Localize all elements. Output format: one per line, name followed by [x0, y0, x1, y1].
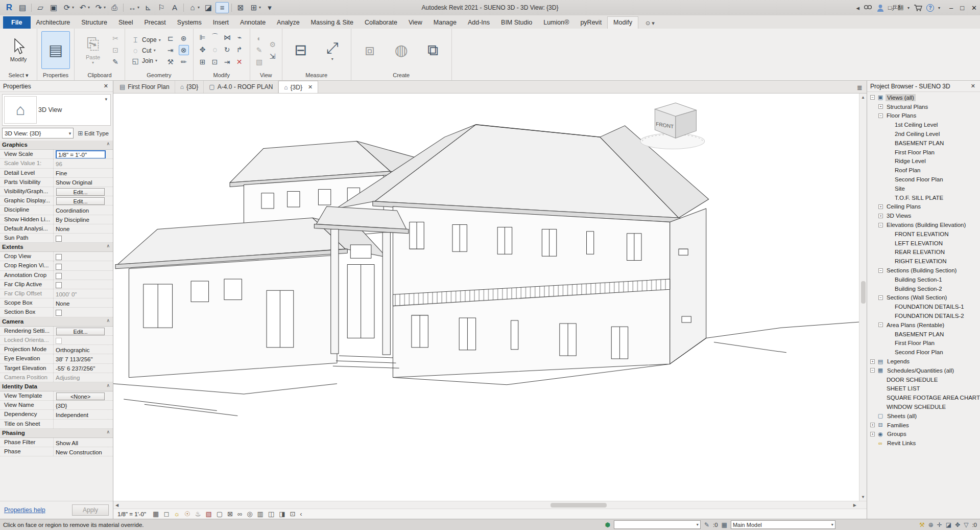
user-dropdown-icon[interactable]: ▾	[907, 6, 910, 10]
move-icon[interactable]: ✥	[198, 44, 208, 55]
design-option-select[interactable]: Main Model ▾	[731, 520, 835, 529]
property-checkbox[interactable]	[56, 236, 62, 242]
expand-icon[interactable]: +	[878, 214, 883, 218]
expand-icon[interactable]: +	[870, 432, 875, 436]
tree-item[interactable]: FRONT ELEVATION	[867, 229, 980, 239]
ribbon-tab-insert[interactable]: Insert	[207, 17, 234, 29]
edit-type-button[interactable]: ⊞ Edit Type	[76, 129, 111, 138]
match-type-properties-icon[interactable]: ✎	[110, 57, 121, 67]
open-icon[interactable]: ▱	[34, 3, 46, 13]
tree-item[interactable]: +◉Groups	[867, 429, 980, 439]
sun-path-icon[interactable]: ☼	[174, 510, 180, 518]
property-value[interactable]: Coordination	[53, 205, 113, 214]
tag-icon[interactable]: ⚐	[155, 3, 168, 13]
undo-icon[interactable]: ↶▾	[77, 3, 91, 13]
drag-on-selection-toggle-icon[interactable]: ✥	[955, 521, 960, 528]
property-row[interactable]: Show Hidden Li...By Discipline	[0, 215, 113, 224]
ribbon-tab-bim-studio[interactable]: BIM Studio	[495, 17, 538, 29]
tree-item[interactable]: Second Floor Plan	[867, 348, 980, 357]
property-edit-button[interactable]: Edit...	[56, 328, 105, 335]
panel-label-properties[interactable]: Properties	[37, 72, 74, 80]
view-tab-list-icon[interactable]: ≣	[853, 82, 867, 93]
view-tab-2[interactable]: ▢A-4.0 - ROOF PLAN	[204, 81, 278, 93]
property-row[interactable]: PhaseNew Construction	[0, 447, 113, 456]
copy-icon[interactable]: ◌	[210, 44, 220, 55]
property-value[interactable]	[53, 420, 113, 428]
tree-item[interactable]: Building Section-2	[867, 284, 980, 293]
scroll-left-icon[interactable]: ◀	[115, 501, 118, 509]
tree-item[interactable]: ∞Revit Links	[867, 439, 980, 448]
property-value[interactable]	[53, 234, 113, 242]
dropdown-arrow-icon[interactable]: ▾	[104, 3, 106, 12]
properties-help-link[interactable]: Properties help	[4, 506, 45, 514]
property-value[interactable]	[53, 271, 113, 280]
collapse-group-icon[interactable]: ∧	[106, 382, 113, 391]
ribbon-tab-lumion-[interactable]: Lumion®	[538, 17, 575, 29]
property-value[interactable]: -55' 6 237/256"	[53, 364, 113, 373]
property-row[interactable]: Scope BoxNone	[0, 298, 113, 308]
switch-windows-icon[interactable]: ⊞▾	[248, 3, 262, 13]
modify-tool-button[interactable]: Modify	[4, 31, 33, 69]
property-checkbox[interactable]	[56, 273, 62, 279]
property-edit-button[interactable]: Edit...	[56, 197, 105, 205]
type-preview[interactable]: ⌂ 3D View ▾	[2, 94, 111, 126]
ribbon-tab-annotate[interactable]: Annotate	[234, 17, 271, 29]
horizontal-scrollbar[interactable]: ◀ ▶	[113, 501, 867, 509]
cut-profile-icon[interactable]: ▧	[254, 57, 265, 67]
tree-item[interactable]: −▦Schedules/Quantities (all)	[867, 366, 980, 375]
property-row[interactable]: Title on Sheet	[0, 420, 113, 429]
scroll-down-icon[interactable]: ▼	[861, 493, 865, 501]
sync-icon[interactable]: ⟳▾	[61, 3, 76, 13]
revit-logo[interactable]: R	[3, 3, 15, 13]
3d-view-canvas[interactable]: FRONT ▲ ▼	[113, 94, 867, 501]
properties-close-icon[interactable]: ✕	[102, 83, 110, 89]
property-value[interactable]: 1000' 0"	[53, 289, 113, 298]
tree-item[interactable]: LEFT ELEVATION	[867, 239, 980, 248]
collapse-search-icon[interactable]: ◂	[856, 4, 859, 12]
viewcube[interactable]: FRONT	[640, 103, 705, 149]
tree-item[interactable]: −Floor Plans	[867, 111, 980, 121]
apply-button[interactable]: Apply	[72, 504, 109, 516]
rotate-icon[interactable]: ↻	[222, 44, 232, 55]
wall-opening-icon[interactable]: ⊏	[165, 33, 176, 43]
tree-item[interactable]: Site	[867, 184, 980, 193]
help-icon[interactable]: ?	[926, 4, 934, 12]
view-tab-1[interactable]: ⌂{3D}	[175, 81, 204, 93]
property-row[interactable]: Graphic Display...Edit...	[0, 196, 113, 205]
property-row[interactable]: Sun Path	[0, 234, 113, 243]
property-row[interactable]: Scale Value 1:96	[0, 159, 113, 168]
visual-style-icon[interactable]: ▦	[153, 510, 159, 518]
ribbon-tab-file[interactable]: File	[3, 16, 31, 29]
join-geometry-button[interactable]: ◱Join▾	[129, 56, 162, 65]
property-row[interactable]: Parts VisibilityShow Original	[0, 178, 113, 187]
app-store-cart-icon[interactable]	[914, 4, 922, 11]
vertical-scrollbar[interactable]: ▲ ▼	[859, 94, 867, 501]
property-row[interactable]: View Name{3D}	[0, 401, 113, 410]
property-value[interactable]: Edit...	[53, 327, 113, 335]
ribbon-tab-analyze[interactable]: Analyze	[271, 17, 305, 29]
property-value[interactable]: Edit...	[53, 187, 113, 196]
ribbon-tab-systems[interactable]: Systems	[172, 17, 207, 29]
pin-icon[interactable]: ⇥	[222, 57, 232, 67]
property-value[interactable]: Adjusting	[53, 373, 113, 382]
property-value[interactable]: New Construction	[53, 447, 113, 456]
dropdown-arrow-icon[interactable]: ▾	[88, 3, 90, 12]
tree-item[interactable]: FOUNDATION DETAILS-2	[867, 311, 980, 320]
select-underlay-toggle-icon[interactable]: ⊕	[928, 521, 934, 528]
property-row[interactable]: Default Analysi...None	[0, 224, 113, 234]
tree-item[interactable]: Ridge Level	[867, 157, 980, 166]
expand-icon[interactable]: +	[870, 423, 875, 427]
tree-item[interactable]: +⊟Families	[867, 421, 980, 430]
ui-views-icon[interactable]: ▤	[16, 3, 29, 13]
scale-icon[interactable]: ⊡	[210, 57, 220, 67]
ribbon-tab-manage[interactable]: Manage	[428, 17, 462, 29]
tree-item[interactable]: −Elevations (Building Elevation)	[867, 220, 980, 229]
project-browser-header[interactable]: Project Browser - SUENO 3D ✕	[867, 81, 980, 92]
vertical-scroll-thumb[interactable]	[861, 281, 866, 304]
measure-along-element-button[interactable]: ⤢ ▾	[318, 31, 347, 69]
collapse-icon[interactable]: −	[878, 322, 883, 327]
property-row[interactable]: Target Elevation-55' 6 237/256"	[0, 364, 113, 373]
crop-view-icon[interactable]: ▧	[205, 510, 211, 518]
trim-icon[interactable]: ↱	[234, 44, 245, 55]
collapse-icon[interactable]: −	[870, 368, 875, 373]
